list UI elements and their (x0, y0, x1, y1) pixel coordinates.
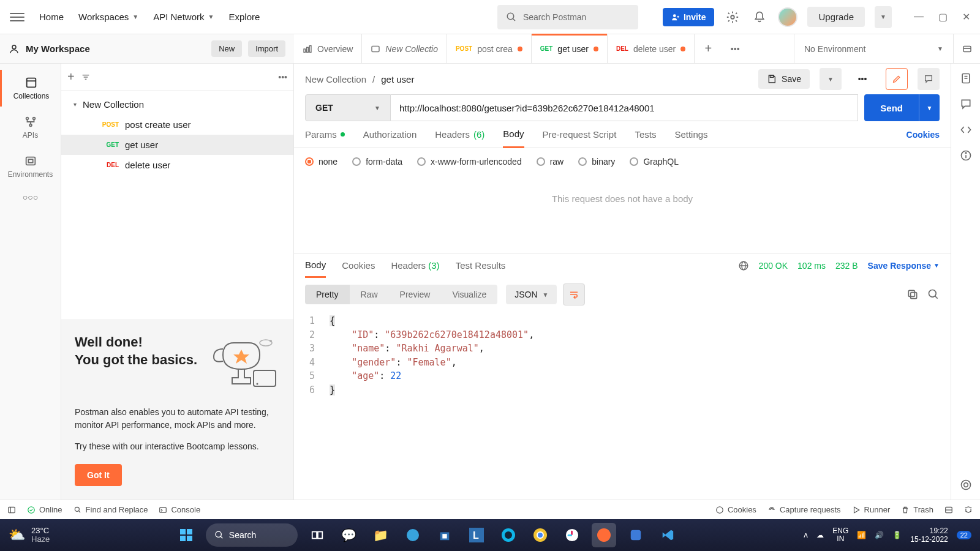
app-postman[interactable] (592, 523, 616, 547)
upgrade-button[interactable]: Upgrade (807, 7, 865, 27)
req-tab-headers[interactable]: Headers (6) (435, 129, 484, 147)
sidebar-options[interactable]: ••• (278, 72, 287, 82)
send-dropdown[interactable]: ▼ (919, 94, 940, 121)
body-type-graphql[interactable]: GraphQL (630, 157, 679, 167)
find-replace[interactable]: Find and Replace (74, 505, 148, 514)
url-input[interactable]: http://localhost:8080/getuser?id=639b262… (391, 94, 858, 121)
notifications-button[interactable] (751, 9, 768, 26)
tray-volume[interactable]: 🔊 (875, 531, 884, 539)
invite-button[interactable]: Invite (663, 8, 715, 26)
save-dropdown[interactable]: ▼ (820, 68, 842, 90)
environment-selector[interactable]: No Environment ▼ (794, 34, 953, 63)
resp-tab-cookies[interactable]: Cookies (342, 260, 375, 277)
start-button[interactable] (174, 523, 198, 547)
documentation-icon[interactable] (960, 72, 972, 84)
tray-wifi[interactable]: 📶 (857, 531, 866, 539)
window-maximize[interactable]: ▢ (938, 11, 948, 23)
related-icon[interactable] (960, 479, 972, 491)
app-edge[interactable] (401, 523, 425, 547)
request-row-delete[interactable]: DEL delete user (61, 155, 293, 175)
body-type-none[interactable]: none (305, 157, 337, 167)
tray-battery[interactable]: 🔋 (892, 531, 902, 539)
weather-widget[interactable]: ⛅ 23°CHaze (9, 527, 50, 544)
menu-button[interactable] (10, 10, 24, 24)
resp-tab-body[interactable]: Body (305, 260, 326, 278)
app-vscode[interactable] (655, 523, 680, 547)
app-slack[interactable] (560, 523, 584, 547)
nav-home[interactable]: Home (39, 12, 64, 22)
settings-button[interactable] (724, 9, 741, 26)
task-view[interactable] (305, 523, 330, 547)
tab-collection[interactable]: New Collectio (362, 34, 447, 63)
app-alexa[interactable] (496, 523, 521, 547)
nav-workspaces[interactable]: Workspaces▼ (78, 12, 138, 22)
send-button[interactable]: Send ▼ (864, 94, 940, 121)
layout-toggle[interactable] (944, 505, 953, 514)
breadcrumb-parent[interactable]: New Collection (305, 74, 366, 84)
tab-get-user[interactable]: GET get user (532, 34, 608, 63)
user-avatar[interactable] (778, 7, 797, 27)
wrap-lines-button[interactable] (563, 283, 585, 305)
req-tab-body[interactable]: Body (503, 129, 524, 148)
app-l[interactable]: L (464, 523, 489, 547)
create-collection-button[interactable]: + (67, 70, 75, 84)
environment-quicklook[interactable] (953, 34, 980, 63)
request-row-get[interactable]: GET get user (61, 135, 293, 155)
req-tab-settings[interactable]: Settings (674, 129, 707, 147)
cookies-status[interactable]: Cookies (715, 505, 756, 514)
more-actions[interactable]: ••• (851, 68, 873, 90)
cookies-link[interactable]: Cookies (907, 130, 940, 147)
sidebar-toggle[interactable] (7, 506, 16, 514)
online-status[interactable]: Online (27, 505, 62, 514)
upgrade-dropdown[interactable]: ▼ (875, 6, 892, 28)
resp-tab-headers[interactable]: Headers (3) (391, 260, 439, 277)
new-tab-button[interactable]: + (695, 34, 722, 63)
req-tab-auth[interactable]: Authorization (363, 129, 417, 147)
new-button[interactable]: New (211, 40, 242, 57)
rail-apis[interactable]: APIs (0, 109, 61, 146)
notification-count[interactable]: 22 (957, 531, 971, 539)
view-preview[interactable]: Preview (389, 285, 442, 304)
language-indicator[interactable]: ENGIN (832, 527, 848, 543)
globe-icon[interactable] (738, 260, 749, 271)
resp-tab-tests[interactable]: Test Results (456, 260, 506, 277)
copy-icon[interactable] (907, 288, 919, 301)
body-type-formdata[interactable]: form-data (352, 157, 402, 167)
method-selector[interactable]: GET ▼ (305, 94, 391, 121)
trash-button[interactable]: Trash (901, 505, 933, 514)
view-visualize[interactable]: Visualize (441, 285, 497, 304)
tab-overview[interactable]: Overview (294, 34, 362, 63)
window-minimize[interactable]: — (914, 11, 924, 23)
clock[interactable]: 19:2215-12-2022 (910, 527, 948, 544)
rail-environments[interactable]: Environments (0, 148, 61, 185)
body-type-urlencoded[interactable]: x-www-form-urlencoded (417, 157, 522, 167)
code-icon[interactable] (960, 124, 972, 136)
format-selector[interactable]: JSON▼ (506, 285, 557, 304)
tab-options-button[interactable]: ••• (722, 34, 748, 63)
rail-collections[interactable]: Collections (0, 70, 61, 107)
comment-button[interactable] (918, 68, 940, 90)
app-chrome[interactable] (528, 523, 552, 547)
filter-input[interactable] (81, 72, 273, 82)
req-tab-tests[interactable]: Tests (635, 129, 656, 147)
nav-api-network[interactable]: API Network▼ (153, 12, 214, 22)
app-explorer[interactable]: 📁 (369, 523, 393, 547)
req-tab-prereq[interactable]: Pre-request Script (543, 129, 617, 147)
save-button[interactable]: Save (758, 69, 810, 89)
console-toggle[interactable]: Console (159, 505, 200, 514)
tab-delete-user[interactable]: DEL delete user (608, 34, 695, 63)
help-button[interactable] (964, 505, 973, 514)
capture-requests[interactable]: Capture requests (767, 505, 841, 514)
request-row-post[interactable]: POST post create user (61, 114, 293, 135)
rail-more[interactable]: ○○○ (23, 192, 38, 202)
search-response-icon[interactable] (927, 288, 940, 301)
tray-chevron[interactable]: ʌ (804, 531, 808, 539)
response-body[interactable]: 1{ 2 "ID": "639b262c6270e18412a48001", 3… (294, 312, 951, 409)
view-raw[interactable]: Raw (350, 285, 389, 304)
app-studio[interactable] (624, 523, 648, 547)
view-pretty[interactable]: Pretty (305, 285, 350, 304)
app-chat[interactable]: 💬 (337, 523, 361, 547)
got-it-button[interactable]: Got It (75, 464, 122, 486)
info-icon[interactable] (960, 149, 972, 162)
save-response-button[interactable]: Save Response ▼ (868, 261, 940, 271)
